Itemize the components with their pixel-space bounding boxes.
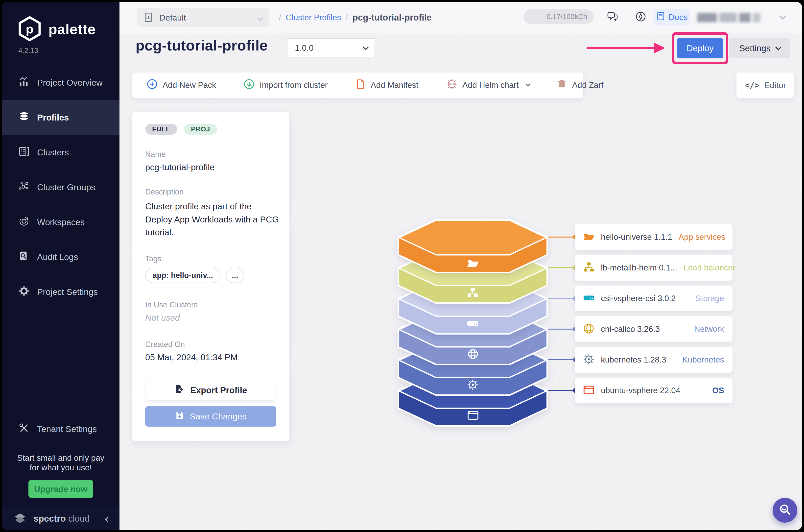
add-new-pack-button[interactable]: Add New Pack <box>147 79 216 92</box>
manifest-file-icon <box>356 79 366 91</box>
usage-badge: 0.17/100kCh <box>523 10 594 24</box>
sidebar-item-label: Cluster Groups <box>37 182 95 192</box>
scope-badge-proj: PROJ <box>184 124 217 135</box>
docs-button[interactable]: Docs <box>654 9 690 25</box>
editor-button[interactable]: </> Editor <box>736 73 794 98</box>
spectro-cloud-logo-icon <box>12 511 28 527</box>
layer-connector <box>548 390 576 391</box>
description-value: Cluster profile as part of the Deploy Ap… <box>145 200 280 239</box>
save-changes-button[interactable]: Save Changes <box>145 406 276 426</box>
name-value: pcg-tutorial-profile <box>145 162 276 172</box>
upgrade-promo: Start small and only pay for what you us… <box>2 446 119 507</box>
export-profile-label: Export Profile <box>190 385 247 395</box>
server-icon <box>18 146 30 159</box>
app-window: p palette 4.2.13 Project Overview <box>2 2 802 530</box>
helm-wheel-icon <box>583 354 594 366</box>
description-label: Description <box>145 188 276 196</box>
pack-row-kubernetes[interactable]: kubernetes 1.28.3 Kubernetes <box>575 347 732 373</box>
pack-name: lb-metallb-helm 0.1... <box>601 263 677 272</box>
pack-row-hello-universe[interactable]: hello-universe 1.1.1 App services <box>575 224 732 250</box>
sidebar-logo-block: p palette 4.2.13 <box>2 2 119 65</box>
pack-name: csi-vsphere-csi 3.0.2 <box>601 294 676 303</box>
folder-icon <box>583 231 594 243</box>
promo-text-line1: Start small and only pay <box>9 453 112 463</box>
pack-row-csi-vsphere[interactable]: csi-vsphere-csi 3.0.2 Storage <box>575 286 732 311</box>
pack-name: cni-calico 3.26.3 <box>601 324 660 334</box>
pack-category: Network <box>694 324 724 334</box>
app-version: 4.2.13 <box>18 46 38 55</box>
sidebar-collapse-icon[interactable]: ‹ <box>105 512 109 525</box>
promo-text-line2: for what you use! <box>9 463 112 473</box>
pack-row-lb-metallb[interactable]: lb-metallb-helm 0.1... Load balancer <box>575 255 732 281</box>
profile-version-select[interactable]: 1.0.0 <box>287 38 375 57</box>
orbit-icon <box>18 215 30 229</box>
svg-text:p: p <box>26 22 34 36</box>
breadcrumb-cluster-profiles-link[interactable]: Cluster Profiles <box>286 13 341 22</box>
sidebar-item-workspaces[interactable]: Workspaces <box>2 205 119 240</box>
scope-badge-full: FULL <box>145 124 177 135</box>
layer-hexagon-app-services[interactable] <box>396 217 550 277</box>
sidebar-item-label: Project Overview <box>37 78 103 88</box>
sidebar-item-project-settings[interactable]: Project Settings <box>2 274 119 309</box>
add-helm-chart-button[interactable]: HELM Add Helm chart <box>446 78 529 92</box>
helm-wheel-icon <box>467 380 478 390</box>
tag-overflow-pill[interactable]: ... <box>226 268 244 283</box>
chevron-down-icon <box>363 44 369 50</box>
sidebar-item-audit-logs[interactable]: Audit Logs <box>2 240 119 274</box>
created-on-label: Created On <box>145 340 276 349</box>
export-profile-button[interactable]: Export Profile <box>145 381 276 400</box>
download-circle-icon <box>244 79 254 92</box>
add-zarf-label: Add Zarf <box>572 80 604 90</box>
bar-chart-icon <box>18 76 30 89</box>
pack-category: App services <box>678 232 725 242</box>
user-menu-chevron-icon[interactable] <box>781 14 785 20</box>
user-name-redacted[interactable] <box>697 13 769 22</box>
sidebar-item-clusters[interactable]: Clusters <box>2 135 119 170</box>
pack-name: ubuntu-vsphere 22.04 <box>601 386 680 395</box>
settings-button[interactable]: Settings <box>729 38 790 58</box>
tag-pill[interactable]: app: hello-univ... <box>145 268 221 283</box>
add-zarf-button[interactable]: Add Zarf <box>556 79 604 92</box>
breadcrumb: / Cluster Profiles / pcg-tutorial-profil… <box>279 2 432 33</box>
globe-icon <box>583 323 594 335</box>
pack-category: OS <box>712 386 724 395</box>
sidebar-footer: spectro cloud ‹ <box>2 507 119 530</box>
in-use-clusters-value: Not used <box>145 313 276 323</box>
pack-row-ubuntu-vsphere[interactable]: ubuntu-vsphere 22.04 OS <box>575 378 732 403</box>
layer-connector <box>548 359 576 360</box>
plus-circle-icon <box>147 79 158 92</box>
sidebar-item-label: Tenant Settings <box>37 424 97 434</box>
sidebar-item-label: Project Settings <box>37 287 98 297</box>
add-new-pack-label: Add New Pack <box>162 80 216 90</box>
created-on-value: 05 Mar, 2024, 01:34 PM <box>145 353 276 362</box>
sidebar-item-cluster-groups[interactable]: Cluster Groups <box>2 170 119 205</box>
import-from-cluster-button[interactable]: Import from cluster <box>244 79 328 92</box>
book-icon <box>656 12 666 23</box>
upgrade-now-button[interactable]: Upgrade now <box>28 480 93 498</box>
chat-icon[interactable] <box>606 11 619 24</box>
profile-toolbar: Add New Pack Import from cluster Add Man… <box>132 73 583 98</box>
pack-name: kubernetes 1.28.3 <box>601 355 666 364</box>
sidebar: p palette 4.2.13 Project Overview <box>2 2 119 530</box>
profile-details-card: FULL PROJ Name pcg-tutorial-profile Desc… <box>132 112 289 441</box>
compass-icon[interactable] <box>634 11 647 24</box>
window-icon <box>583 384 594 397</box>
pack-row-cni-calico[interactable]: cni-calico 3.26.3 Network <box>575 316 732 342</box>
search-fab-button[interactable] <box>772 498 797 522</box>
add-manifest-button[interactable]: Add Manifest <box>356 79 419 91</box>
breadcrumb-current: pcg-tutorial-profile <box>352 12 432 23</box>
in-use-clusters-label: In Use Clusters <box>145 300 276 309</box>
sidebar-item-tenant-settings[interactable]: Tenant Settings <box>2 412 119 446</box>
add-manifest-label: Add Manifest <box>371 80 419 90</box>
palette-logo-icon: p <box>17 16 42 43</box>
export-file-icon <box>174 384 185 396</box>
sidebar-item-project-overview[interactable]: Project Overview <box>2 65 119 100</box>
project-icon <box>143 12 154 24</box>
layer-connector <box>548 267 576 268</box>
save-changes-label: Save Changes <box>190 412 247 421</box>
sidebar-item-profiles[interactable]: Profiles <box>2 100 119 135</box>
chevron-down-icon <box>775 44 781 51</box>
deploy-button[interactable]: Deploy <box>677 38 723 58</box>
name-label: Name <box>145 150 276 159</box>
project-selector[interactable]: Default <box>137 8 269 27</box>
